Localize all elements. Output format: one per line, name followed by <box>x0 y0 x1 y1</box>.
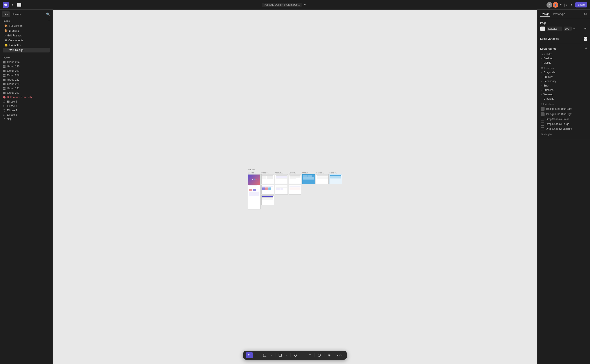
style-grayscale[interactable]: › Grayscale <box>540 70 587 75</box>
pen-tool-btn[interactable] <box>292 352 299 358</box>
components-tool-btn[interactable] <box>326 352 333 358</box>
blur-dark-icon <box>541 107 544 111</box>
chevron-right-icon: › <box>541 62 542 64</box>
frame-thumb-10[interactable] <box>261 195 274 205</box>
frame-thumb-5[interactable] <box>316 174 329 184</box>
page-item-components[interactable]: 🖥 Components <box>3 38 50 43</box>
pages-section: Pages + 🎨 Full version 🎨 Branding # Grid… <box>0 17 52 53</box>
layer-group-234[interactable]: Group 234 <box>0 60 52 64</box>
page-emoji: 🖥 <box>4 39 7 42</box>
style-gradient[interactable]: › Gradient <box>540 97 587 101</box>
frame-thumb-4[interactable] <box>302 174 315 184</box>
play-dropdown-btn[interactable]: ▾ <box>569 2 573 7</box>
tab-file[interactable]: File <box>2 11 10 17</box>
frame-thumb-9[interactable] <box>289 185 301 195</box>
style-primary[interactable]: › Primary <box>540 75 587 79</box>
page-item-main-design[interactable]: Main Design <box>3 48 50 52</box>
menu-dropdown-btn[interactable]: ▾ <box>11 2 14 7</box>
layer-ellipse-4[interactable]: Ellipse 4 <box>0 108 52 113</box>
page-item-branding[interactable]: 🎨 Branding <box>3 28 50 33</box>
logo-icon[interactable] <box>3 2 9 8</box>
tab-design[interactable]: Design <box>540 11 550 17</box>
layer-ellipse-5[interactable]: Ellipse 5 <box>0 99 52 104</box>
code-tool-btn[interactable]: </> <box>335 352 344 358</box>
chevron-right-icon: › <box>541 71 542 74</box>
avatar-group: A 👤 ▾ <box>546 2 563 8</box>
style-mobile[interactable]: › Mobile <box>540 61 587 65</box>
style-warning[interactable]: › Warning <box>540 92 587 97</box>
frame-dropdown-btn[interactable]: ▾ <box>269 353 274 358</box>
layer-label: Ellipse 5 <box>7 100 17 103</box>
topbar-right: A 👤 ▾ ▷ ▾ Share <box>546 2 587 8</box>
layer-group-227[interactable]: Group 227 <box>0 91 52 95</box>
style-secondary[interactable]: › Secondary <box>540 79 587 84</box>
select-dropdown-btn[interactable]: ▾ <box>254 353 258 358</box>
frame-thumb-1[interactable] <box>261 174 274 184</box>
layer-sql[interactable]: T SQL <box>0 117 52 121</box>
frame-thumb-7[interactable] <box>261 185 274 195</box>
page-label: Examples <box>9 44 21 47</box>
local-vars-settings-btn[interactable]: ⚙ <box>584 37 587 41</box>
add-page-btn[interactable]: + <box>48 19 50 23</box>
zoom-level-btn[interactable]: 4% <box>584 13 587 16</box>
effect-bg-blur-light[interactable]: Background Blur Light <box>540 111 587 117</box>
project-dropdown-btn[interactable]: ▾ <box>303 2 307 7</box>
style-desktop[interactable]: › Desktop <box>540 56 587 61</box>
add-style-btn[interactable]: + <box>585 46 587 51</box>
shape-tool-btn[interactable] <box>276 352 284 358</box>
frame-thumb-3[interactable] <box>289 174 301 184</box>
frame-tool-btn[interactable] <box>261 352 268 358</box>
layer-group-230[interactable]: Group 230 <box>0 64 52 69</box>
layer-group-229[interactable]: Group 229 <box>0 73 52 78</box>
layer-group-228[interactable]: Group 228 <box>0 82 52 86</box>
layer-group-icon <box>3 65 6 68</box>
frame-thumb-8[interactable] <box>275 185 288 195</box>
frame-thumb-6[interactable] <box>329 174 342 184</box>
layer-ellipse-3[interactable]: Ellipse 3 <box>0 104 52 108</box>
frame-thumb-2[interactable] <box>275 174 288 184</box>
layer-group-233[interactable]: Group 233 <box>0 69 52 73</box>
select-tool-btn[interactable] <box>246 352 253 358</box>
page-color-hex-input[interactable] <box>547 26 562 31</box>
page-color-swatch[interactable] <box>540 26 545 31</box>
effect-drop-shadow-large[interactable]: Drop Shadow Large <box>540 122 587 126</box>
layer-group-232[interactable]: Group 232 <box>0 78 52 82</box>
effect-bg-blur-dark[interactable]: Background Blur Dark <box>540 106 587 111</box>
page-opacity-input[interactable] <box>564 26 571 31</box>
effect-label: Background Blur Light <box>546 113 572 116</box>
effect-drop-shadow-small[interactable]: Drop Shadow Small <box>540 117 587 122</box>
page-emoji: 🎨 <box>4 24 8 27</box>
pen-dropdown-btn[interactable]: ▾ <box>300 353 304 358</box>
tab-prototype[interactable]: Prototype <box>552 11 566 17</box>
page-section-header: Page <box>540 21 587 25</box>
page-item-examples[interactable]: 😊 Examples <box>3 43 50 48</box>
layer-ellipse-2[interactable]: Ellipse 2 <box>0 113 52 117</box>
presentation-btn[interactable]: ⬜ <box>16 2 22 8</box>
page-label: Full version <box>9 24 22 27</box>
effect-label: Drop Shadow Large <box>546 123 569 126</box>
ellipse-tool-btn[interactable] <box>316 352 323 358</box>
toolbar-divider-6 <box>324 353 324 358</box>
style-label: Error <box>544 84 549 87</box>
canvas-content: MacBo... MacBo... <box>248 168 342 209</box>
search-btn[interactable]: 🔍 <box>45 12 51 17</box>
shape-dropdown-btn[interactable]: ▾ <box>284 353 289 358</box>
play-btn[interactable]: ▷ <box>564 2 568 7</box>
frame-main-tall[interactable] <box>248 174 261 209</box>
frame-label-0: MacBo... <box>248 172 261 174</box>
avatar-dropdown-btn[interactable]: ▾ <box>559 2 563 7</box>
layer-button-icon[interactable]: Button with Icon Only <box>0 95 52 99</box>
text-tool-btn[interactable]: T <box>307 352 313 358</box>
effect-drop-shadow-medium[interactable]: Drop Shadow Medium <box>540 126 587 131</box>
visibility-btn[interactable]: 👁 <box>584 27 587 31</box>
chevron-right-icon: › <box>541 57 542 60</box>
share-btn[interactable]: Share <box>575 2 587 7</box>
layer-group-231[interactable]: Group 231 <box>0 86 52 91</box>
tab-assets[interactable]: Assets <box>11 11 23 17</box>
canvas[interactable]: MacBo... MacBo... <box>53 10 537 364</box>
style-error[interactable]: › Error <box>540 84 587 88</box>
page-item-full-version[interactable]: 🎨 Full version <box>3 24 50 28</box>
page-item-grid-frames[interactable]: # Grid Frames <box>3 33 50 38</box>
style-success[interactable]: › Success <box>540 88 587 92</box>
layer-group-icon <box>3 83 6 86</box>
